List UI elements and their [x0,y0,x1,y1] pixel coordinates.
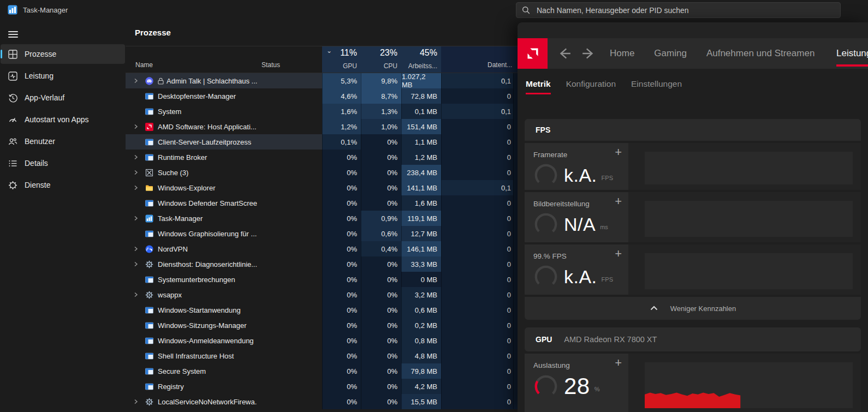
gear-icon [145,291,153,299]
process-status-cell [257,119,322,134]
nav-item-gaming[interactable]: Gaming [654,48,687,59]
cpu-usage-cell: 0% [361,394,401,409]
process-name: Client-Server-Laufzeitprozess [158,138,251,146]
column-header-name[interactable]: Name [126,46,257,73]
process-name: AMD Software: Host Applicati... [158,123,257,131]
expand-chevron-icon[interactable] [130,399,142,404]
expand-chevron-icon[interactable] [130,216,142,221]
memory-usage-cell: 0,8 MB [401,333,441,348]
process-name-cell: Windows-Sitzungs-Manager [126,318,257,333]
cpu-usage-cell: 0,6% [361,226,401,241]
amd-window-titlebar [518,22,868,38]
gpu-usage-cell: 0% [322,272,361,287]
metric-tile-auslastung-chart [645,362,853,408]
cpu-usage-cell: 0% [361,195,401,211]
gpu-usage-cell: 5,3% [322,73,361,88]
metric-tile-bildbereitstellung-readout: Bildbereitstellung+N/Ams [525,192,628,242]
metric-tile-framerate-readout: Framerate+k.A.FPS [525,143,628,190]
add-metric-button[interactable]: + [615,194,622,208]
column-header-memory[interactable]: 45%Arbeitss... [401,46,441,73]
process-name: Shell Infrastructure Host [158,352,234,360]
sidebar-item-leistung[interactable]: Leistung [1,66,125,86]
add-metric-button[interactable]: + [615,356,622,370]
nav-item-home[interactable]: Home [610,48,634,59]
cpu-usage-cell: 0% [361,318,401,333]
search-app-icon [145,169,153,177]
window-icon [145,199,153,207]
nav-item-aufnehmen-und-streamen[interactable]: Aufnehmen und Streamen [706,48,815,59]
disk-usage-cell: 0 [441,256,513,272]
metric-tile-99-fps: 99.% FPS+k.A.FPS [525,244,861,295]
taskmanager-app-icon [8,5,17,15]
process-name-cell: Diensthost: Diagnoserichtlinie... [126,256,257,272]
sidebar-item-benutzer[interactable]: Benutzer [1,132,125,151]
expand-chevron-icon[interactable] [130,78,142,83]
metric-tile-auslastung-chart-area [628,354,861,412]
gpu-usage-cell: 0% [322,333,361,348]
sidebar-item-app-verlauf[interactable]: App-Verlauf [1,88,125,108]
sidebar-item-dienste[interactable]: Dienste [1,175,125,195]
sidebar-item-autostart-von-apps[interactable]: Autostart von Apps [1,110,125,129]
memory-usage-cell: 3,2 MB [401,287,441,302]
expand-chevron-icon[interactable] [130,292,142,297]
process-name: Admin Talk | Schlachthaus ... [167,77,257,85]
gpu-usage-cell: 0% [322,180,361,195]
expand-chevron-icon[interactable] [130,246,142,252]
sidebar-item-label: Dienste [25,181,50,189]
sidebar-item-details[interactable]: Details [1,153,125,173]
add-metric-button[interactable]: + [615,145,622,159]
expand-chevron-icon[interactable] [130,261,142,267]
fps-section-title: FPS [536,126,550,134]
metric-tile-framerate-chart [645,152,853,184]
search-input[interactable] [536,5,835,15]
process-status-cell [257,333,322,348]
memory-usage-cell: 1,6 MB [401,195,441,211]
processes-icon [8,50,17,59]
metric-tile-bildbereitstellung: Bildbereitstellung+N/Ams [525,192,861,242]
column-header-cpu[interactable]: 23%CPU [361,46,401,73]
amd-logo[interactable] [518,38,548,69]
disk-usage-cell: 0 [441,302,513,318]
tab-metrik[interactable]: Metrik [526,69,551,99]
memory-usage-cell: 12,7 MB [401,226,441,241]
gpu-section-header: GPU AMD Radeon RX 7800 XT [525,327,861,351]
nav-item-leistung[interactable]: Leistung [836,38,868,69]
cpu-usage-cell: 0% [361,180,401,195]
nav-item-leistung-label: Leistung [836,48,868,59]
taskmanager-titlebar: Task-Manager [0,0,868,20]
expand-chevron-icon[interactable] [130,154,142,160]
users-icon [8,137,17,146]
disk-usage-cell: 0 [441,379,513,394]
expand-chevron-icon[interactable] [130,185,142,190]
sidebar-item-prozesse[interactable]: Prozesse [1,44,125,64]
tab-konfiguration[interactable]: Konfiguration [566,69,616,99]
performance-icon [8,71,17,81]
search-box[interactable] [516,2,841,18]
services-icon [8,181,17,190]
process-name: Registry [158,383,184,391]
column-header-status[interactable]: Status [257,46,322,73]
collapse-metrics-button[interactable]: Weniger Kennzahlen [525,297,861,320]
gauge-icon [533,264,558,289]
add-metric-button[interactable]: + [615,247,622,261]
nav-forward-icon[interactable] [581,46,596,61]
memory-usage-cell: 119,1 MB [401,211,441,226]
expand-chevron-icon[interactable] [130,124,142,129]
tab-einstellungen[interactable]: Einstellungen [631,69,682,99]
metric-label: Framerate [533,151,567,159]
memory-usage-cell: 1.027,2 MB [401,73,441,88]
expand-chevron-icon[interactable] [130,170,142,175]
column-header-gpu[interactable]: ⌄ 11%GPU [322,46,361,73]
gauge-icon [533,212,558,237]
disk-usage-cell: 0 [441,318,513,333]
process-name: Diensthost: Diagnoserichtlinie... [158,260,257,268]
gpu-name-label: AMD Radeon RX 7800 XT [564,335,657,344]
gpu-usage-cell: 0% [322,150,361,165]
nav-back-icon[interactable] [557,46,572,61]
hamburger-menu-button[interactable] [3,25,23,43]
gpu-usage-cell: 0% [322,348,361,363]
process-name: Windows-Startanwendung [158,306,241,314]
taskmgr-icon [145,214,153,223]
process-status-cell [257,150,322,165]
column-header-disk[interactable]: Datent... [441,46,513,73]
